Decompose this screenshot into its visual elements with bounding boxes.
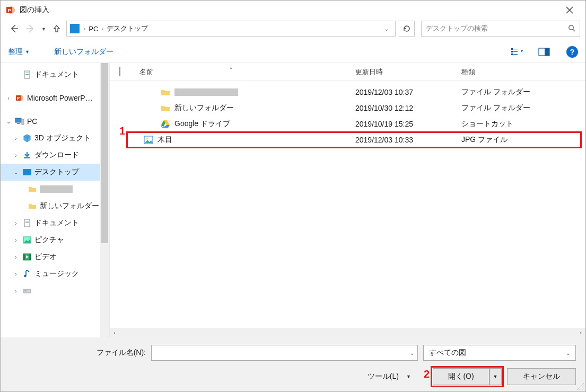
svg-rect-19 [15, 118, 21, 122]
powerpoint-icon: P [6, 5, 15, 15]
file-row[interactable]: Google ドライブ 2019/10/19 15:25 ショートカット [110, 116, 585, 132]
expand-icon[interactable]: › [12, 254, 20, 260]
breadcrumb-pc[interactable]: PC [86, 25, 100, 33]
tree-label: ドキュメント [34, 70, 79, 79]
folder-icon [161, 87, 170, 97]
svg-rect-22 [24, 157, 30, 158]
tree-item-desktop[interactable]: ⌄ デスクトップ [1, 164, 109, 181]
tree-label: Microsoft PowerP… [27, 94, 93, 102]
expand-icon[interactable]: › [12, 288, 20, 294]
cancel-label: キャンセル [523, 372, 560, 381]
svg-point-3 [569, 25, 573, 29]
tree-item-pictures[interactable]: › ピクチャ [1, 231, 109, 248]
tree-scrollbar[interactable] [100, 63, 109, 337]
cancel-button[interactable]: キャンセル [507, 368, 576, 385]
chevron-down-icon[interactable]: ▼ [406, 374, 411, 379]
collapse-icon[interactable]: ⌄ [5, 119, 12, 124]
expand-icon[interactable]: › [5, 95, 12, 101]
breadcrumb-dropdown[interactable]: ⌄ [380, 26, 393, 32]
scrollbar-thumb[interactable] [101, 63, 108, 243]
nav-row: ▾ › PC › デスクトップ ⌄ デスクトップの検索 [1, 20, 585, 41]
close-button[interactable] [559, 2, 580, 18]
desktop-icon [70, 24, 80, 33]
expand-icon[interactable]: › [12, 153, 20, 158]
tree-item-truncated[interactable]: › [1, 282, 109, 299]
forward-button[interactable] [24, 22, 37, 35]
svg-rect-15 [25, 76, 29, 76]
svg-rect-13 [25, 73, 29, 73]
tree-label: ダウンロード [34, 150, 79, 160]
column-type[interactable]: 種類 [461, 67, 585, 77]
column-headers: 名前 ˄ 更新日時 種類 [110, 63, 585, 81]
file-row[interactable]: 新しいフォルダー 2019/10/30 12:12 ファイル フォルダー [110, 100, 585, 116]
organize-button[interactable]: 整理 ▼ [8, 47, 30, 57]
svg-rect-5 [513, 49, 518, 49]
tree-item-powerpoint[interactable]: › P Microsoft PowerP… [1, 90, 109, 106]
nav-tree: ドキュメント › P Microsoft PowerP… ⌄ PC › [1, 63, 110, 337]
filename-input[interactable]: ⌄ [151, 345, 418, 361]
powerpoint-icon: P [14, 93, 25, 103]
pc-icon [14, 117, 25, 126]
up-button[interactable] [50, 22, 63, 35]
new-folder-button[interactable]: 新しいフォルダー [54, 47, 113, 57]
drive-icon [22, 286, 32, 296]
column-date[interactable]: 更新日時 [355, 67, 461, 77]
desktop-icon [22, 167, 32, 177]
3d-objects-icon [22, 133, 32, 143]
recent-locations-button[interactable]: ▾ [40, 22, 47, 35]
filetype-select[interactable]: すべての図 ⌄ [423, 345, 576, 361]
annotation-1: 1 [119, 125, 125, 137]
svg-rect-6 [511, 51, 513, 52]
breadcrumb-desktop[interactable]: デスクトップ [104, 24, 150, 33]
svg-point-27 [25, 238, 27, 240]
horizontal-scrollbar[interactable]: ‹ › [110, 328, 585, 337]
svg-rect-14 [25, 74, 29, 75]
breadcrumb[interactable]: › PC › デスクトップ ⌄ [66, 21, 396, 37]
tree-item-new-folder[interactable]: 新しいフォルダー [1, 198, 109, 215]
expand-icon[interactable]: › [12, 220, 20, 226]
resize-grip-icon[interactable] [577, 383, 584, 390]
preview-pane-button[interactable] [536, 45, 553, 59]
annotation-2: 2 [424, 368, 430, 380]
filename-dropdown-icon[interactable]: ⌄ [410, 350, 414, 356]
tree-item-music[interactable]: › ミュージック [1, 265, 109, 282]
folder-icon [27, 201, 38, 211]
file-name: 木目 [158, 135, 172, 145]
expand-icon[interactable]: › [12, 237, 20, 243]
expand-icon[interactable]: › [12, 136, 20, 141]
chevron-right-icon[interactable]: › [83, 26, 86, 32]
collapse-icon[interactable]: ⌄ [12, 170, 20, 175]
search-icon [568, 24, 575, 33]
expand-icon[interactable]: › [12, 271, 20, 277]
view-mode-button[interactable] [509, 45, 526, 59]
search-input[interactable]: デスクトップの検索 [421, 21, 580, 37]
refresh-button[interactable] [399, 21, 415, 37]
new-folder-label: 新しいフォルダー [54, 47, 113, 57]
open-dropdown-icon[interactable]: ▼ [489, 374, 501, 379]
tree-item-downloads[interactable]: › ダウンロード [1, 147, 109, 164]
tree-item-redacted-folder[interactable] [1, 181, 109, 198]
tree-item-documents2[interactable]: › ドキュメント [1, 215, 109, 231]
search-placeholder: デスクトップの検索 [426, 24, 568, 33]
chevron-down-icon: ▼ [25, 49, 30, 55]
scroll-left-icon[interactable]: ‹ [110, 329, 119, 336]
file-row[interactable]: 2019/12/03 10:37 ファイル フォルダー [110, 84, 585, 100]
file-name: Google ドライブ [174, 119, 230, 129]
back-button[interactable] [8, 22, 21, 35]
svg-rect-7 [513, 51, 518, 52]
file-row-highlighted[interactable]: 木目 2019/12/03 10:33 JPG ファイル [127, 132, 581, 148]
scroll-right-icon[interactable]: › [576, 329, 585, 336]
svg-text:P: P [7, 8, 11, 13]
tools-button[interactable]: ツール(L) [368, 372, 399, 381]
organize-label: 整理 [8, 47, 23, 57]
titlebar: P 図の挿入 [1, 1, 585, 20]
column-name[interactable]: 名前 ˄ [136, 67, 355, 77]
tree-item-documents[interactable]: ドキュメント [1, 66, 109, 83]
help-button[interactable]: ? [566, 46, 578, 58]
tree-item-videos[interactable]: › ビデオ [1, 248, 109, 265]
select-all-checkbox[interactable] [110, 68, 136, 76]
tree-item-3d-objects[interactable]: › 3D オブジェクト [1, 130, 109, 147]
tree-item-pc[interactable]: ⌄ PC [1, 113, 109, 130]
chevron-right-icon[interactable]: › [100, 26, 104, 32]
open-button[interactable]: 開く(O) ▼ [433, 368, 502, 385]
